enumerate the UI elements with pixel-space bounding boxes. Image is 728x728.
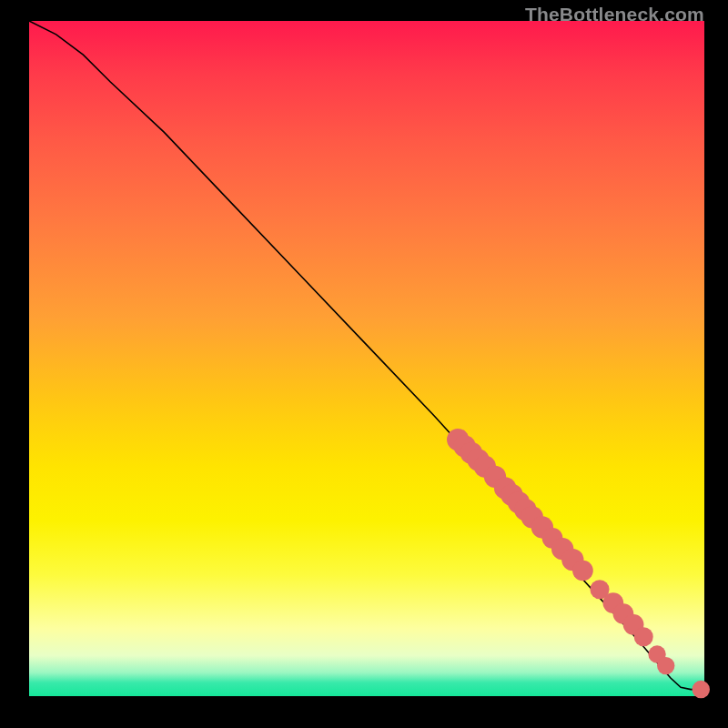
data-point [657,657,674,674]
data-point [634,627,653,646]
chart-overlay [29,21,704,696]
chart-container: TheBottleneck.com [0,0,728,728]
data-points [447,429,710,698]
data-point [572,561,593,581]
data-point [693,681,710,698]
